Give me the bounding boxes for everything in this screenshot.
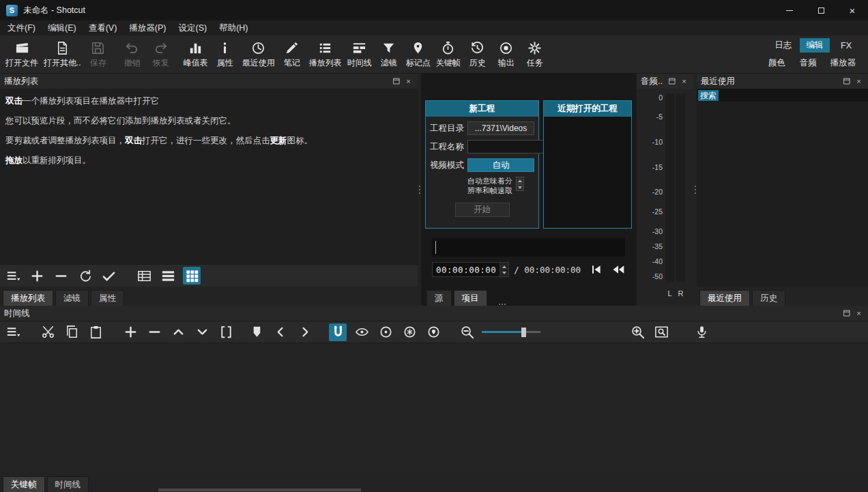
zoom-in-button[interactable] [628,323,646,341]
tab-recent[interactable]: 最近使用 [699,290,750,306]
view-icons-button[interactable] [183,267,201,285]
record-audio-button[interactable] [693,323,710,341]
menu-settings[interactable]: 设定(S) [172,20,213,36]
tab-playlist[interactable]: 播放列表 [3,290,53,306]
playlist-menu-button[interactable] [4,267,22,285]
zoom-fit-button[interactable] [652,323,670,341]
lift-button[interactable] [169,323,187,341]
time-down-button[interactable] [500,270,508,276]
playlist-close-button[interactable]: × [403,76,414,87]
timeline-close-button[interactable]: × [854,308,864,319]
current-time-field[interactable]: 00:00:00:00 [432,262,509,277]
tab-history[interactable]: 历史 [752,290,785,306]
close-button[interactable]: × [837,0,868,20]
timeline-menu-button[interactable] [4,323,22,341]
layout-color-button[interactable]: 颜色 [762,56,792,70]
zoom-out-button[interactable] [458,323,476,341]
split-button[interactable] [217,323,235,341]
recent-float-button[interactable] [841,76,852,87]
recent-file-list[interactable] [697,102,868,287]
maximize-button[interactable] [805,0,837,20]
ripple-delete-button[interactable] [145,323,163,341]
zoom-slider[interactable] [482,323,540,341]
peak-meter-button[interactable]: 峰值表 [181,39,211,70]
video-mode-button[interactable]: 自动 [467,158,534,172]
menu-edit[interactable]: 编辑(E) [42,20,83,36]
tab-source[interactable]: 源 [426,290,452,306]
recent-close-button[interactable]: × [854,76,864,87]
tab-timeline[interactable]: 时间线 [47,476,89,492]
note-scroll-buttons [516,177,524,191]
menu-file[interactable]: 文件(F) [1,20,42,36]
search-input[interactable]: 搜索 [697,89,868,102]
tab-properties[interactable]: 属性 [91,290,124,306]
playlist-remove-button[interactable] [52,267,70,285]
menu-help[interactable]: 帮助(H) [213,20,254,36]
layout-player-button[interactable]: 播放器 [825,56,862,70]
undo-button[interactable]: 撤销 [118,39,147,70]
recent-button[interactable]: 最近使用 [240,39,278,70]
keyframes-button[interactable]: 关键帧 [433,39,463,70]
notes-button[interactable]: 笔记 [278,39,306,70]
output-button[interactable]: 输出 [492,39,521,70]
jobs-button[interactable]: 任务 [521,39,549,70]
seek-bar[interactable] [432,238,625,257]
scroll-down-button[interactable] [516,184,524,191]
start-button[interactable]: 开始 [455,203,510,217]
tab-keyframes[interactable]: 关键帧 [3,476,45,492]
scrub-while-dragging-button[interactable] [353,323,371,341]
properties-button[interactable]: 属性 [211,39,240,70]
history-button[interactable]: 历史 [463,39,492,70]
playlist-update-button[interactable] [76,267,93,285]
layout-editing-button[interactable]: 编辑 [800,38,830,53]
layout-logs-button[interactable]: 日志 [768,38,798,53]
timeline-button[interactable]: 时间线 [345,39,375,70]
snap-toggle-button[interactable] [329,323,347,341]
audio-float-button[interactable] [667,76,677,87]
cut-button[interactable] [39,323,57,341]
playhead-cursor[interactable] [435,241,436,254]
ripple-all-tracks-button[interactable] [401,323,418,341]
tab-filters[interactable]: 滤镜 [55,290,89,306]
scroll-up-button[interactable] [516,177,524,184]
next-marker-button[interactable] [295,323,313,341]
layout-audio-button[interactable]: 音频 [794,56,824,70]
open-file-button[interactable]: 打开文件 [3,39,41,70]
playlist-button[interactable]: 播放列表 [306,39,345,70]
slider-handle[interactable] [521,328,526,337]
menu-player[interactable]: 播放器(P) [123,20,172,36]
playlist-float-button[interactable] [391,76,401,87]
save-button[interactable]: 保存 [84,39,113,70]
recent-projects-list[interactable] [544,117,631,228]
layout-fx-button[interactable]: FX [831,38,861,53]
project-folder-button[interactable]: ...7371\Videos [467,121,534,135]
timeline-float-button[interactable] [841,308,852,319]
view-details-button[interactable] [135,267,153,285]
timeline-scrollbar-thumb[interactable] [158,489,361,491]
timeline-tab-bar: 关键帧 时间线 [0,473,868,492]
rewind-button[interactable] [608,261,628,278]
append-button[interactable] [121,323,139,341]
playlist-apply-button[interactable] [100,267,117,285]
markers-button[interactable]: 标记点 [403,39,433,70]
overwrite-button[interactable] [193,323,211,341]
timeline-tracks-area[interactable] [0,343,868,473]
previous-marker-button[interactable] [272,323,289,341]
audio-close-button[interactable]: × [679,76,689,87]
menu-view[interactable]: 查看(V) [83,20,124,36]
ripple-toggle-button[interactable] [377,323,394,341]
open-other-button[interactable]: 打开其他.. [41,39,84,70]
paste-button[interactable] [87,323,104,341]
splitter-grip[interactable] [499,304,506,305]
redo-button[interactable]: 恢复 [147,39,175,70]
tab-project[interactable]: 项目 [454,290,487,306]
time-up-button[interactable] [500,263,508,270]
playlist-add-button[interactable] [28,267,46,285]
filters-button[interactable]: 滤镜 [375,39,403,70]
view-tiles-button[interactable] [159,267,177,285]
minimize-button[interactable] [774,0,805,20]
skip-to-start-button[interactable] [585,261,606,278]
marker-button[interactable] [248,323,265,341]
copy-button[interactable] [63,323,81,341]
ripple-markers-button[interactable] [424,323,442,341]
